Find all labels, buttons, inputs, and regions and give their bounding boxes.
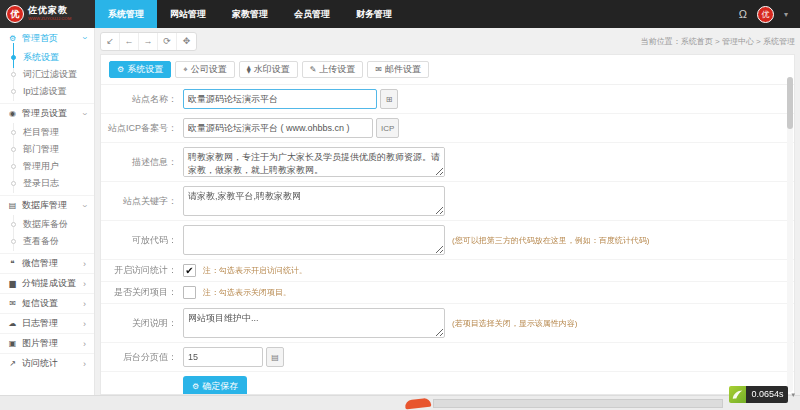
scrollbar-thumb[interactable] (787, 77, 793, 129)
tab-mail-settings[interactable]: ✉ 邮件设置 (367, 61, 429, 78)
sidebar-item-ip-filter[interactable]: Ip过滤设置 (0, 83, 94, 100)
pager-addon-button[interactable]: ▤ (266, 347, 284, 367)
check-icon: ✔ (185, 266, 193, 276)
keywords-textarea[interactable]: 请家教,家教平台,聘教家教网 (183, 186, 445, 216)
sidebar: ⚙ 管理首页 › 系统设置 词汇过滤设置 Ip过滤设置 ◉ 管理员设置 (0, 28, 95, 395)
footer-bar (433, 399, 723, 408)
chevron-right-icon: › (83, 319, 86, 329)
sidebar-group-commission[interactable]: ▆ 分销提成设置 › (0, 273, 94, 293)
sidebar-group-admin-home[interactable]: ⚙ 管理首页 › (0, 28, 94, 48)
logo-icon: 优 (6, 5, 24, 23)
tab-watermark-settings[interactable]: ⧫ 水印设置 (239, 61, 298, 78)
bullet-icon (11, 72, 16, 77)
field-label: 站点名称： (101, 93, 177, 106)
custom-code-textarea[interactable] (183, 225, 445, 255)
menu-item-finance[interactable]: 财务管理 (343, 0, 405, 28)
sidebar-group-label: 数据库管理 (22, 199, 67, 212)
sidebar-group-logs[interactable]: ☁ 日志管理 › (0, 313, 94, 333)
sidebar-group-visit-stats[interactable]: ↗ 访问统计 › (0, 353, 94, 373)
menu-item-system[interactable]: 系统管理 (95, 0, 157, 28)
tab-company-settings[interactable]: ⌖ 公司设置 (175, 61, 235, 78)
collapse-icon[interactable]: ↙ (101, 33, 120, 50)
toolbar: ↙ ← → ⟳ ✥ 当前位置：系统首页 > 管理中心 > 系统管理 (100, 28, 795, 54)
bullet-icon (11, 164, 16, 169)
bullet-icon (11, 89, 16, 94)
app-subtitle: WWW.ZUYOUJJ.COM (28, 17, 71, 22)
back-icon[interactable]: ← (120, 33, 139, 50)
wechat-icon: ❝ (8, 259, 17, 268)
description-row: 描述信息： 聘教家教网，专注于为广大家长及学员提供优质的教师资源。请家教，做家教… (101, 143, 794, 182)
sidebar-item-db-backup[interactable]: 数据库备份 (0, 216, 94, 233)
close-project-checkbox[interactable] (183, 286, 196, 299)
close-project-row: 是否关闭项目： 注：勾选表示关闭项目。 (101, 282, 794, 304)
app-logo[interactable]: 优 佐优家教 WWW.ZUYOUJJ.COM (0, 0, 95, 28)
sidebar-group-wechat[interactable]: ❝ 微信管理 › (0, 253, 94, 273)
content-panel: ⚙ 系统设置 ⌖ 公司设置 ⧫ 水印设置 ✎ 上传设置 ✉ 邮件设置 站点名称： (100, 54, 795, 395)
bullet-icon (11, 222, 16, 227)
menu-item-tutoring[interactable]: 家教管理 (219, 0, 281, 28)
sidebar-group-admin-settings[interactable]: ◉ 管理员设置 › (0, 103, 94, 123)
admin-icon: ◉ (8, 109, 17, 118)
forward-icon[interactable]: → (139, 33, 158, 50)
bullet-icon (11, 55, 16, 60)
sidebar-group-label: 管理首页 (22, 32, 58, 45)
footer-strip (0, 395, 800, 410)
icp-input[interactable] (183, 118, 373, 138)
field-label: 后台分页值： (101, 351, 177, 364)
sidebar-item-columns[interactable]: 栏目管理 (0, 124, 94, 141)
sidebar-group-database[interactable]: ▤ 数据库管理 › (0, 195, 94, 215)
footer-logo-partial (405, 398, 432, 410)
chevron-down-icon: › (80, 204, 90, 207)
chevron-right-icon: › (83, 339, 86, 349)
custom-code-row: 可放代码： (您可以把第三方的代码放在这里，例如：百度统计代码) (101, 221, 794, 260)
menu-item-members[interactable]: 会员管理 (281, 0, 343, 28)
system-settings-form: 站点名称： ⊞ 站点ICP备案号： ICP 描述信息： (101, 85, 794, 395)
visit-stats-checkbox[interactable]: ✔ (183, 264, 196, 277)
settings-tabs: ⚙ 系统设置 ⌖ 公司设置 ⧫ 水印设置 ✎ 上传设置 ✉ 邮件设置 (101, 55, 794, 85)
description-textarea[interactable]: 聘教家教网，专注于为广大家长及学员提供优质的教师资源。请家教，做家教，就上聘教家… (183, 147, 445, 177)
avatar[interactable]: 优 (757, 6, 774, 23)
bell-icon[interactable]: Ω (739, 8, 747, 20)
sidebar-item-departments[interactable]: 部门管理 (0, 141, 94, 158)
message-icon: ✉ (8, 299, 17, 308)
tab-system-settings[interactable]: ⚙ 系统设置 (109, 61, 171, 78)
field-note: (您可以把第三方的代码放在这里，例如：百度统计代码) (452, 235, 649, 246)
execution-time: 0.0654s (746, 386, 788, 403)
bullet-icon (11, 130, 16, 135)
site-name-row: 站点名称： ⊞ (101, 85, 794, 114)
keywords-row: 站点关键字： 请家教,家教平台,聘教家教网 (101, 182, 794, 221)
sidebar-item-system-settings[interactable]: 系统设置 (0, 49, 94, 66)
refresh-icon[interactable]: ⟳ (158, 33, 177, 50)
save-row: ⚙ 确定保存 (101, 372, 794, 395)
page-size-input[interactable] (183, 347, 263, 367)
page-size-row: 后台分页值： ▤ (101, 343, 794, 372)
field-note: 注：勾选表示关闭项目。 (203, 287, 291, 298)
sidebar-group-images[interactable]: ▣ 图片管理 › (0, 333, 94, 353)
sidebar-item-admin-users[interactable]: 管理用户 (0, 158, 94, 175)
chevron-right-icon: › (83, 279, 86, 289)
bullet-icon (11, 181, 16, 186)
sidebar-item-login-log[interactable]: 登录日志 (0, 175, 94, 192)
field-label: 开启访问统计： (101, 264, 177, 277)
top-menu: 系统管理 网站管理 家教管理 会员管理 财务管理 (95, 0, 405, 28)
scrollbar-track[interactable] (787, 77, 793, 392)
debug-time-badge[interactable]: 0.0654s ▾ (729, 386, 795, 403)
field-label: 站点ICP备案号： (101, 122, 177, 135)
leaf-icon (729, 386, 746, 403)
grid-addon-button[interactable]: ⊞ (380, 89, 398, 109)
save-button[interactable]: ⚙ 确定保存 (183, 376, 247, 395)
field-note: 注：勾选表示开启访问统计。 (203, 265, 307, 276)
sidebar-item-view-backup[interactable]: 查看备份 (0, 233, 94, 250)
fullscreen-icon[interactable]: ✥ (177, 33, 196, 50)
icp-row: 站点ICP备案号： ICP (101, 114, 794, 143)
tab-upload-settings[interactable]: ✎ 上传设置 (302, 61, 364, 78)
menu-item-website[interactable]: 网站管理 (157, 0, 219, 28)
close-note-textarea[interactable]: 网站项目维护中... (183, 308, 445, 338)
site-name-input[interactable] (183, 89, 377, 109)
line-chart-icon: ↗ (8, 359, 17, 368)
sidebar-group-sms[interactable]: ✉ 短信设置 › (0, 293, 94, 313)
sidebar-item-word-filter[interactable]: 词汇过滤设置 (0, 66, 94, 83)
icp-addon-button[interactable]: ICP (376, 118, 399, 138)
database-icon: ▤ (8, 201, 17, 210)
chevron-down-icon[interactable]: ▾ (784, 10, 788, 19)
